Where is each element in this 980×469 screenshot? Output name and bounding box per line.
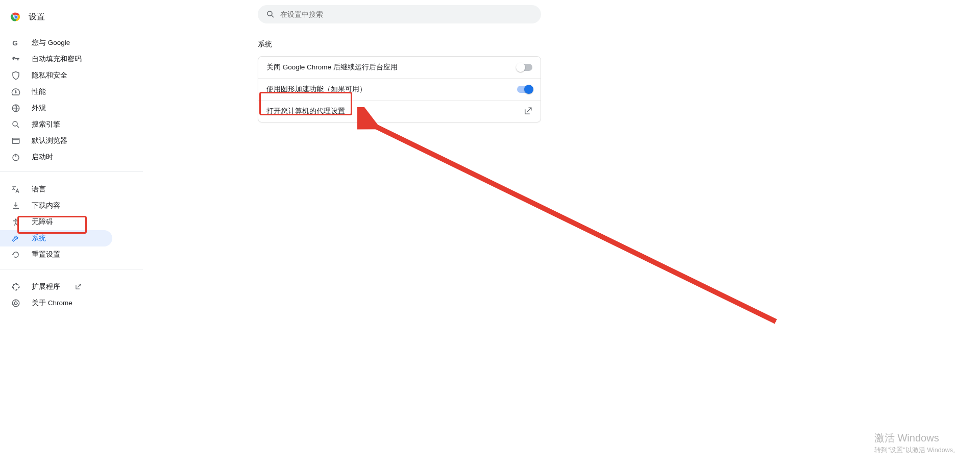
sidebar-item-label: 性能 [32,87,46,96]
sidebar-item-privacy[interactable]: 隐私和安全 [0,67,112,84]
sidebar-item-label: 无障碍 [32,217,53,227]
sidebar-item-label: 搜索引擎 [32,120,60,129]
chrome-logo-icon [10,11,21,22]
toggle-hardware-accel[interactable] [517,86,532,93]
sidebar-item-downloads[interactable]: 下载内容 [0,198,112,214]
sidebar-item-accessibility[interactable]: 无障碍 [0,214,112,230]
nav-divider [0,171,143,172]
sidebar-item-label: 语言 [32,185,46,194]
sidebar-item-on-startup[interactable]: 启动时 [0,149,112,165]
sidebar-item-default-browser[interactable]: 默认浏览器 [0,133,112,149]
sidebar-item-search-engine[interactable]: 搜索引擎 [0,116,112,133]
watermark-line1: 激活 Windows [874,431,960,445]
svg-point-11 [267,11,272,16]
settings-search[interactable] [258,5,541,23]
windows-activation-watermark: 激活 Windows 转到"设置"以激活 Windows。 [874,431,960,455]
svg-point-10 [14,302,17,304]
nav-group-3: 扩展程序 关于 Chrome [0,276,143,311]
download-icon [11,201,20,210]
row-label: 关闭 Google Chrome 后继续运行后台应用 [266,63,398,72]
sidebar-item-label: 扩展程序 [32,282,60,291]
page-title: 设置 [29,12,45,22]
sidebar-item-label: 系统 [32,234,46,243]
power-icon [11,153,20,162]
sidebar-item-label: 您与 Google [32,38,70,47]
search-input[interactable] [280,10,533,18]
main-content: 系统 关闭 Google Chrome 后继续运行后台应用 使用图形加速功能（如… [143,0,980,469]
globe-icon [11,104,20,113]
row-background-apps[interactable]: 关闭 Google Chrome 后继续运行后台应用 [258,57,541,78]
reset-icon [11,250,20,259]
svg-rect-6 [12,138,19,144]
row-label: 打开您计算机的代理设置 [266,107,345,116]
nav-group-2: 语言 下载内容 无障碍 系统 重置设置 [0,178,143,263]
nav-group-1: G 您与 Google 自动填充和密码 隐私和安全 性能 外观 搜索引擎 [0,32,143,165]
sidebar-item-label: 下载内容 [32,201,60,210]
section-title-system: 系统 [258,40,980,49]
row-hardware-accel[interactable]: 使用图形加速功能（如果可用） [258,78,541,100]
sidebar-item-label: 重置设置 [32,250,60,259]
accessibility-icon [11,217,20,227]
sidebar-item-system[interactable]: 系统 [0,230,112,246]
sidebar-item-label: 外观 [32,104,46,113]
sidebar-item-reset[interactable]: 重置设置 [0,246,112,263]
shield-icon [11,71,20,80]
svg-point-8 [15,218,17,220]
sidebar-item-about[interactable]: 关于 Chrome [0,295,112,311]
sidebar-item-label: 默认浏览器 [32,136,67,145]
sidebar-item-you-and-google[interactable]: G 您与 Google [0,35,112,51]
svg-text:G: G [12,39,18,47]
row-label: 使用图形加速功能（如果可用） [266,85,366,94]
sidebar-item-appearance[interactable]: 外观 [0,100,112,116]
toggle-background-apps[interactable] [517,64,532,71]
sidebar-item-performance[interactable]: 性能 [0,84,112,100]
extension-icon [11,282,20,291]
sidebar-item-label: 隐私和安全 [32,71,67,80]
search-icon [11,120,20,129]
nav-divider [0,269,143,269]
sidebar: 设置 G 您与 Google 自动填充和密码 隐私和安全 性能 外观 [0,0,143,469]
google-g-icon: G [11,38,20,47]
svg-point-5 [13,121,17,126]
system-settings-card: 关闭 Google Chrome 后继续运行后台应用 使用图形加速功能（如果可用… [258,56,541,122]
watermark-line2: 转到"设置"以激活 Windows。 [874,446,960,455]
sidebar-item-label: 关于 Chrome [32,299,72,308]
search-icon [266,10,275,19]
wrench-icon [11,234,20,243]
key-icon [11,55,20,64]
sidebar-item-extensions[interactable]: 扩展程序 [0,279,112,295]
external-link-icon [75,283,82,290]
sidebar-item-label: 启动时 [32,153,53,162]
external-link-icon [523,107,532,116]
chrome-outline-icon [11,299,20,308]
translate-icon [11,185,20,194]
browser-icon [11,136,20,145]
sidebar-header: 设置 [0,8,143,32]
sidebar-item-autofill[interactable]: 自动填充和密码 [0,51,112,67]
sidebar-item-languages[interactable]: 语言 [0,181,112,198]
row-proxy-settings[interactable]: 打开您计算机的代理设置 [258,100,541,122]
sidebar-item-label: 自动填充和密码 [32,55,82,64]
speedometer-icon [11,87,20,96]
